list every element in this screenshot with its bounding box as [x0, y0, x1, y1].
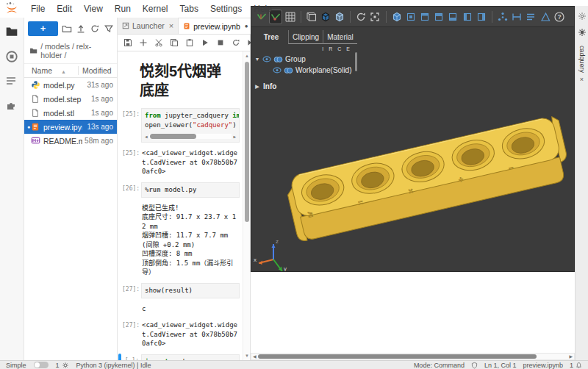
code-editor[interactable]: import cadquery as cqcq.exporters.export…	[141, 354, 240, 361]
refresh-icon[interactable]	[90, 24, 100, 34]
kernel-sessions[interactable]: 1	[56, 362, 69, 369]
property-inspector-icon[interactable]	[578, 12, 587, 21]
menu-help[interactable]: Help	[248, 1, 278, 16]
menu-kernel[interactable]: Kernel	[137, 1, 174, 16]
tree-scrollbar[interactable]	[355, 52, 357, 71]
iso-view-icon[interactable]	[390, 10, 403, 24]
visibility-eye-icon[interactable]	[262, 56, 271, 62]
code-editor[interactable]: from jupyter_cadquery importopen_viewer(…	[141, 108, 240, 143]
scrollbar-thumb[interactable]	[245, 62, 249, 222]
top-view-icon[interactable]	[432, 10, 445, 24]
cad-viewer[interactable]: ? ≥=×+− x z	[251, 6, 575, 272]
transparent-icon[interactable]	[333, 10, 346, 24]
code-cell[interactable]: [ ]:import cadquery as cqcq.exporters.ex…	[118, 352, 243, 361]
caret-icon[interactable]: ▼	[254, 57, 260, 62]
copy-icon[interactable]	[170, 38, 179, 47]
properties-measure-icon[interactable]	[524, 10, 537, 24]
tree-column-E[interactable]: E	[346, 46, 350, 51]
scroll-down-icon[interactable]: ▼	[245, 354, 249, 358]
tab-launcher[interactable]: Launcher ×	[118, 18, 179, 34]
unsaved-dot-icon[interactable]: ●	[245, 23, 248, 29]
reset-camera-icon[interactable]	[354, 10, 368, 24]
menu-file[interactable]: File	[25, 1, 51, 16]
code-cell[interactable]: [27]:show(result)	[118, 281, 243, 301]
visibility-eye-icon[interactable]	[273, 67, 282, 74]
angle-measure-icon[interactable]	[539, 10, 552, 24]
filter-icon[interactable]	[104, 24, 114, 34]
distance-measure-icon[interactable]	[510, 10, 523, 24]
notifications[interactable]: 1	[570, 362, 582, 369]
cad-tab-tree[interactable]: Tree	[254, 30, 288, 44]
extensions-icon[interactable]	[5, 100, 18, 113]
breadcrumb[interactable]: / models / relx-holder /	[24, 39, 117, 64]
perspective-icon[interactable]	[305, 10, 318, 24]
notebook-vertical-scrollbar[interactable]: ▲ ▼	[243, 51, 250, 360]
column-name[interactable]: Name▲	[32, 66, 79, 75]
tree-item-workplane-solid-[interactable]: Workplane(Solid)	[254, 65, 357, 76]
menu-view[interactable]: View	[78, 1, 109, 16]
table-of-contents-icon[interactable]	[5, 75, 18, 88]
right-view-icon[interactable]	[475, 10, 488, 24]
code-editor[interactable]: %run model.py	[141, 182, 240, 198]
info-section[interactable]: ▶ Info	[254, 82, 357, 90]
new-launcher-button[interactable]: +	[28, 21, 58, 36]
file-row-preview.ipynb[interactable]: ●preview.ipynb13s ago	[24, 120, 117, 134]
front-view-icon[interactable]	[404, 10, 417, 24]
interrupt-icon[interactable]	[216, 38, 225, 47]
close-icon[interactable]: ×	[578, 76, 586, 83]
menu-tabs[interactable]: Tabs	[174, 1, 204, 16]
trust-shield-icon[interactable]	[471, 362, 478, 369]
simple-mode[interactable]: Simple	[6, 362, 26, 369]
file-row-model.py[interactable]: model.py31s ago	[24, 78, 117, 92]
code-cell[interactable]: [25]:from jupyter_cadquery importopen_vi…	[118, 106, 243, 145]
cell-horizontal-scrollbar[interactable]: ◀▶	[145, 133, 236, 140]
caret-right-icon[interactable]: ▶	[254, 84, 260, 90]
cad-tab-clipping[interactable]: Clipping	[288, 30, 323, 44]
tab-preview-ipynb[interactable]: preview.ipynb ●	[179, 18, 253, 34]
tree-column-C[interactable]: C	[337, 46, 341, 51]
scrollbar-thumb[interactable]	[258, 354, 537, 359]
sidebar-tab-cadquery[interactable]: cadquery ×	[578, 46, 586, 83]
mode-indicator[interactable]: Mode: Command	[414, 362, 465, 369]
grid-icon[interactable]	[283, 10, 296, 24]
close-icon[interactable]: ×	[169, 21, 173, 30]
kernel-status[interactable]: Python 3 (ipykernel) | Idle	[76, 362, 151, 369]
menu-settings[interactable]: Settings	[204, 1, 248, 16]
simple-toggle[interactable]	[34, 362, 49, 368]
cad-tab-material[interactable]: Material	[323, 30, 357, 44]
fit-view-icon[interactable]	[368, 10, 381, 24]
menu-edit[interactable]: Edit	[51, 1, 78, 16]
cursor-position[interactable]: Ln 1, Col 1	[484, 362, 517, 369]
run-icon[interactable]	[201, 38, 209, 47]
insert-cell-icon[interactable]	[139, 38, 148, 47]
column-modified[interactable]: Modified	[79, 66, 112, 75]
tree-item-group[interactable]: ▼Group	[254, 54, 357, 65]
bottom-view-icon[interactable]	[446, 10, 459, 24]
upload-icon[interactable]	[76, 24, 86, 34]
menu-run[interactable]: Run	[109, 1, 137, 16]
file-browser-icon[interactable]	[5, 25, 18, 38]
scroll-left-icon[interactable]: ◀	[253, 354, 257, 359]
cad-horizontal-scrollbar[interactable]: ◀ ▶	[251, 353, 575, 360]
paste-icon[interactable]	[185, 38, 194, 47]
scroll-up-icon[interactable]: ▲	[245, 54, 249, 58]
code-editor[interactable]: show(result)	[141, 283, 240, 298]
running-sessions-icon[interactable]	[5, 50, 18, 63]
statusbar-filename[interactable]: preview.ipynb	[523, 362, 563, 369]
restart-icon[interactable]	[232, 38, 240, 47]
black-edges-icon[interactable]	[319, 10, 332, 24]
settings-gear-icon[interactable]	[578, 28, 587, 37]
file-row-model.stl[interactable]: model.stl1s ago	[24, 106, 117, 120]
rear-view-icon[interactable]	[418, 10, 431, 24]
new-folder-icon[interactable]	[62, 24, 72, 34]
code-cell[interactable]: [26]:%run model.py	[118, 180, 243, 200]
scroll-right-icon[interactable]: ▶	[569, 354, 573, 359]
help-icon[interactable]: ?	[553, 10, 566, 24]
left-view-icon[interactable]	[461, 10, 474, 24]
file-row-model.step[interactable]: model.step1s ago	[24, 92, 117, 106]
scrollbar-thumb[interactable]	[150, 134, 196, 139]
tree-column-R[interactable]: R	[329, 46, 332, 51]
file-row-README.md[interactable]: README.md58m ago	[24, 134, 117, 148]
tree-column-I[interactable]: I	[322, 46, 323, 51]
explode-icon[interactable]	[496, 10, 509, 24]
